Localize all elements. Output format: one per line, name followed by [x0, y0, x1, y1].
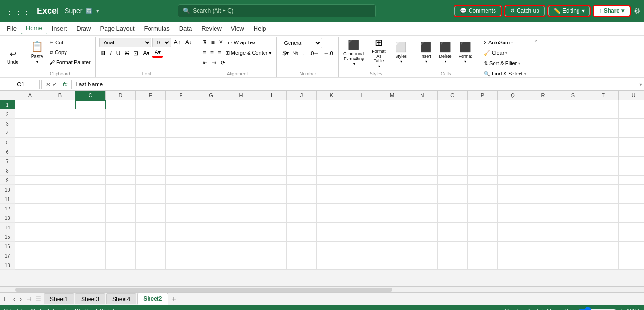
- cell-C13[interactable]: [75, 213, 106, 223]
- cell-N6[interactable]: [407, 147, 438, 157]
- cell-C6[interactable]: [75, 147, 106, 157]
- text-direction-button[interactable]: ⟳: [219, 59, 227, 67]
- cell-L5[interactable]: [347, 138, 377, 147]
- align-left-button[interactable]: ≡: [201, 48, 208, 58]
- cell-K10[interactable]: [317, 185, 347, 194]
- col-header-N[interactable]: N: [407, 91, 438, 100]
- cell-I7[interactable]: [256, 157, 287, 166]
- cell-T8[interactable]: [588, 166, 619, 176]
- cell-R15[interactable]: [528, 232, 558, 242]
- cell-D8[interactable]: [106, 166, 136, 176]
- cell-Q14[interactable]: [498, 223, 528, 232]
- font-size-select[interactable]: 10 11 12 14: [152, 38, 171, 47]
- cell-K8[interactable]: [317, 166, 347, 176]
- cell-D3[interactable]: [106, 119, 136, 128]
- cell-K4[interactable]: [317, 128, 347, 138]
- cell-A18[interactable]: [15, 260, 45, 270]
- cell-S6[interactable]: [558, 147, 588, 157]
- cell-M13[interactable]: [377, 213, 407, 223]
- menu-page-layout[interactable]: Page Layout: [96, 23, 140, 34]
- cell-Q4[interactable]: [498, 128, 528, 138]
- cell-O14[interactable]: [438, 223, 468, 232]
- cell-D1[interactable]: [106, 100, 136, 109]
- row-number-2[interactable]: 2: [0, 109, 15, 119]
- cell-A14[interactable]: [15, 223, 45, 232]
- align-top-button[interactable]: ⊼: [201, 38, 209, 47]
- cell-M15[interactable]: [377, 232, 407, 242]
- cell-E1[interactable]: [136, 100, 166, 109]
- cell-S18[interactable]: [558, 260, 588, 270]
- share-button[interactable]: ↑ Share ▾: [594, 6, 630, 16]
- cell-P2[interactable]: [468, 109, 498, 119]
- cell-T14[interactable]: [588, 223, 619, 232]
- cell-M12[interactable]: [377, 204, 407, 213]
- col-header-M[interactable]: M: [377, 91, 407, 100]
- cell-I1[interactable]: [256, 100, 287, 109]
- col-header-B[interactable]: B: [45, 91, 75, 100]
- cell-E15[interactable]: [136, 232, 166, 242]
- cell-L15[interactable]: [347, 232, 377, 242]
- cell-T5[interactable]: [588, 138, 619, 147]
- formula-input[interactable]: [74, 81, 637, 88]
- cell-O1[interactable]: [438, 100, 468, 109]
- cell-Q9[interactable]: [498, 176, 528, 185]
- cell-B5[interactable]: [45, 138, 75, 147]
- cell-I18[interactable]: [256, 260, 287, 270]
- cell-C5[interactable]: [75, 138, 106, 147]
- cell-C12[interactable]: [75, 204, 106, 213]
- cell-L6[interactable]: [347, 147, 377, 157]
- cell-D11[interactable]: [106, 194, 136, 204]
- cell-E2[interactable]: [136, 109, 166, 119]
- cell-T7[interactable]: [588, 157, 619, 166]
- row-number-10[interactable]: 10: [0, 185, 15, 194]
- cell-D2[interactable]: [106, 109, 136, 119]
- cell-R8[interactable]: [528, 166, 558, 176]
- cell-K6[interactable]: [317, 147, 347, 157]
- col-header-E[interactable]: E: [136, 91, 166, 100]
- cell-O16[interactable]: [438, 242, 468, 251]
- cell-S1[interactable]: [558, 100, 588, 109]
- cell-B9[interactable]: [45, 176, 75, 185]
- merge-center-button[interactable]: ⊞ Merge & Center ▾: [223, 48, 274, 58]
- cell-D17[interactable]: [106, 251, 136, 260]
- cell-K14[interactable]: [317, 223, 347, 232]
- cell-Q6[interactable]: [498, 147, 528, 157]
- cell-E17[interactable]: [136, 251, 166, 260]
- insert-button[interactable]: ⬛ Insert ▾: [417, 38, 435, 67]
- cell-B7[interactable]: [45, 157, 75, 166]
- cell-D5[interactable]: [106, 138, 136, 147]
- cell-T9[interactable]: [588, 176, 619, 185]
- cell-N17[interactable]: [407, 251, 438, 260]
- cell-K3[interactable]: [317, 119, 347, 128]
- cell-S16[interactable]: [558, 242, 588, 251]
- cell-F16[interactable]: [166, 242, 196, 251]
- cell-N10[interactable]: [407, 185, 438, 194]
- cell-E11[interactable]: [136, 194, 166, 204]
- cell-G1[interactable]: [196, 100, 226, 109]
- cell-Q13[interactable]: [498, 213, 528, 223]
- cell-T2[interactable]: [588, 109, 619, 119]
- cell-H18[interactable]: [226, 260, 256, 270]
- cell-A8[interactable]: [15, 166, 45, 176]
- cell-C10[interactable]: [75, 185, 106, 194]
- cell-B4[interactable]: [45, 128, 75, 138]
- menu-file[interactable]: File: [2, 23, 21, 34]
- cell-H3[interactable]: [226, 119, 256, 128]
- cell-I3[interactable]: [256, 119, 287, 128]
- cell-A13[interactable]: [15, 213, 45, 223]
- align-bottom-button[interactable]: ⊻: [217, 38, 225, 47]
- cell-H2[interactable]: [226, 109, 256, 119]
- copy-button[interactable]: ⧉ Copy: [48, 48, 92, 57]
- cell-T15[interactable]: [588, 232, 619, 242]
- cell-C11[interactable]: [75, 194, 106, 204]
- cell-A10[interactable]: [15, 185, 45, 194]
- cell-U17[interactable]: [619, 251, 644, 260]
- paste-button[interactable]: 📋 Paste ▾: [28, 38, 46, 67]
- cell-T1[interactable]: [588, 100, 619, 109]
- cell-S10[interactable]: [558, 185, 588, 194]
- cell-J10[interactable]: [287, 185, 317, 194]
- cell-I15[interactable]: [256, 232, 287, 242]
- cell-G14[interactable]: [196, 223, 226, 232]
- decrease-font-button[interactable]: A↓: [183, 39, 194, 46]
- cell-J18[interactable]: [287, 260, 317, 270]
